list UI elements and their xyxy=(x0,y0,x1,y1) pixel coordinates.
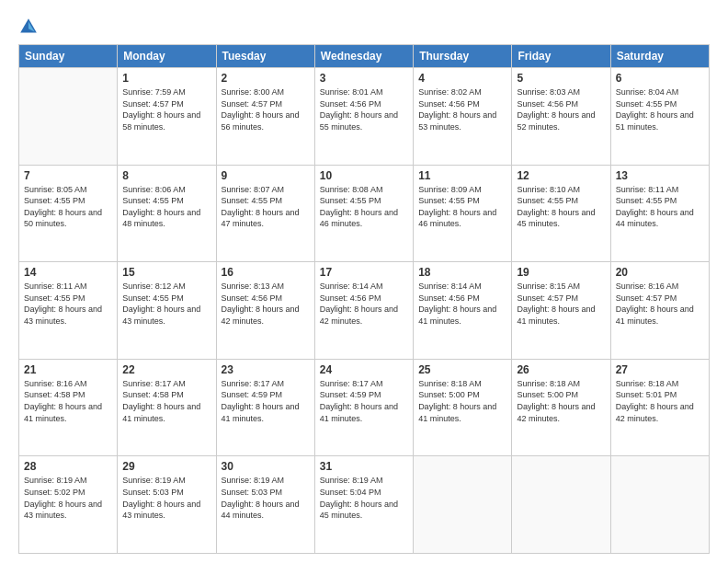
calendar-header-row: SundayMondayTuesdayWednesdayThursdayFrid… xyxy=(19,45,710,68)
sunrise: Sunrise: 8:05 AM xyxy=(24,185,87,194)
calendar-cell: 28 Sunrise: 8:19 AM Sunset: 5:02 PM Dayl… xyxy=(19,456,118,554)
daylight: Daylight: 8 hours and 41 minutes. xyxy=(320,402,398,423)
day-number: 31 xyxy=(320,460,408,473)
sunrise: Sunrise: 8:15 AM xyxy=(517,282,580,291)
day-number: 2 xyxy=(222,72,310,85)
daylight: Daylight: 8 hours and 41 minutes. xyxy=(616,304,694,326)
calendar-body: 1 Sunrise: 7:59 AM Sunset: 4:57 PM Dayli… xyxy=(19,68,710,554)
daylight: Daylight: 8 hours and 43 minutes. xyxy=(122,500,200,521)
daylight: Daylight: 8 hours and 42 minutes. xyxy=(320,304,398,326)
daylight: Daylight: 8 hours and 44 minutes. xyxy=(222,500,300,521)
sunrise: Sunrise: 8:18 AM xyxy=(616,379,679,388)
sunrise: Sunrise: 8:18 AM xyxy=(418,379,482,388)
daylight: Daylight: 8 hours and 52 minutes. xyxy=(517,110,595,132)
calendar-cell xyxy=(19,68,118,166)
calendar-cell: 10 Sunrise: 8:08 AM Sunset: 4:55 PM Dayl… xyxy=(314,165,413,262)
calendar-cell: 20 Sunrise: 8:16 AM Sunset: 4:57 PM Dayl… xyxy=(610,262,709,360)
day-number: 22 xyxy=(122,363,210,376)
day-info: Sunrise: 8:02 AM Sunset: 4:56 PM Dayligh… xyxy=(418,86,506,132)
calendar-cell xyxy=(610,456,709,554)
day-info: Sunrise: 8:11 AM Sunset: 4:55 PM Dayligh… xyxy=(616,184,704,230)
daylight: Daylight: 8 hours and 46 minutes. xyxy=(320,208,398,229)
day-info: Sunrise: 8:19 AM Sunset: 5:03 PM Dayligh… xyxy=(122,475,210,521)
day-number: 15 xyxy=(122,266,210,279)
sunset: Sunset: 4:56 PM xyxy=(418,99,480,109)
sunset: Sunset: 4:57 PM xyxy=(616,293,677,303)
calendar-week-3: 21 Sunrise: 8:16 AM Sunset: 4:58 PM Dayl… xyxy=(19,359,710,456)
day-number: 4 xyxy=(418,72,506,85)
calendar-cell: 4 Sunrise: 8:02 AM Sunset: 4:56 PM Dayli… xyxy=(414,68,512,166)
sunrise: Sunrise: 8:11 AM xyxy=(24,282,87,291)
day-info: Sunrise: 8:16 AM Sunset: 4:58 PM Dayligh… xyxy=(24,378,112,424)
day-info: Sunrise: 8:11 AM Sunset: 4:55 PM Dayligh… xyxy=(24,281,112,327)
sunrise: Sunrise: 8:19 AM xyxy=(320,476,383,485)
sunrise: Sunrise: 8:07 AM xyxy=(222,185,285,194)
daylight: Daylight: 8 hours and 48 minutes. xyxy=(122,208,200,229)
day-info: Sunrise: 8:18 AM Sunset: 5:00 PM Dayligh… xyxy=(517,378,605,424)
sunset: Sunset: 4:55 PM xyxy=(616,99,677,109)
day-number: 19 xyxy=(517,266,605,279)
page: SundayMondayTuesdayWednesdayThursdayFrid… xyxy=(0,0,728,563)
calendar-cell: 7 Sunrise: 8:05 AM Sunset: 4:55 PM Dayli… xyxy=(19,165,118,262)
sunset: Sunset: 5:01 PM xyxy=(616,390,677,399)
sunrise: Sunrise: 8:08 AM xyxy=(320,185,383,194)
day-number: 5 xyxy=(517,72,605,85)
calendar-cell: 21 Sunrise: 8:16 AM Sunset: 4:58 PM Dayl… xyxy=(19,359,118,456)
day-number: 18 xyxy=(418,266,506,279)
weekday-header-friday: Friday xyxy=(512,45,610,68)
day-info: Sunrise: 8:16 AM Sunset: 4:57 PM Dayligh… xyxy=(616,281,704,327)
day-number: 16 xyxy=(222,266,310,279)
sunset: Sunset: 5:03 PM xyxy=(222,488,283,497)
daylight: Daylight: 8 hours and 55 minutes. xyxy=(320,110,398,132)
day-number: 8 xyxy=(122,169,210,182)
sunrise: Sunrise: 7:59 AM xyxy=(122,87,186,97)
calendar-cell: 17 Sunrise: 8:14 AM Sunset: 4:56 PM Dayl… xyxy=(314,262,413,360)
day-number: 28 xyxy=(24,460,112,473)
sunrise: Sunrise: 8:16 AM xyxy=(616,282,679,291)
calendar-cell: 26 Sunrise: 8:18 AM Sunset: 5:00 PM Dayl… xyxy=(512,359,610,456)
day-info: Sunrise: 8:19 AM Sunset: 5:02 PM Dayligh… xyxy=(24,475,112,521)
weekday-header-monday: Monday xyxy=(118,45,216,68)
sunrise: Sunrise: 8:12 AM xyxy=(122,282,186,291)
sunset: Sunset: 4:59 PM xyxy=(222,390,283,399)
calendar-cell: 27 Sunrise: 8:18 AM Sunset: 5:01 PM Dayl… xyxy=(610,359,709,456)
daylight: Daylight: 8 hours and 42 minutes. xyxy=(517,402,595,423)
sunset: Sunset: 4:55 PM xyxy=(517,196,578,205)
sunrise: Sunrise: 8:17 AM xyxy=(122,379,186,388)
sunrise: Sunrise: 8:01 AM xyxy=(320,87,383,97)
day-info: Sunrise: 8:19 AM Sunset: 5:04 PM Dayligh… xyxy=(320,475,408,521)
calendar-cell: 30 Sunrise: 8:19 AM Sunset: 5:03 PM Dayl… xyxy=(216,456,314,554)
calendar-cell: 31 Sunrise: 8:19 AM Sunset: 5:04 PM Dayl… xyxy=(314,456,413,554)
sunset: Sunset: 4:57 PM xyxy=(222,99,283,109)
sunset: Sunset: 4:59 PM xyxy=(320,390,381,399)
day-number: 20 xyxy=(616,266,704,279)
calendar-cell: 13 Sunrise: 8:11 AM Sunset: 4:55 PM Dayl… xyxy=(610,165,709,262)
weekday-header-sunday: Sunday xyxy=(19,45,118,68)
day-number: 29 xyxy=(122,460,210,473)
calendar-cell: 2 Sunrise: 8:00 AM Sunset: 4:57 PM Dayli… xyxy=(216,68,314,166)
weekday-header-tuesday: Tuesday xyxy=(216,45,314,68)
sunrise: Sunrise: 8:19 AM xyxy=(222,476,285,485)
logo xyxy=(18,17,42,37)
calendar-cell: 22 Sunrise: 8:17 AM Sunset: 4:58 PM Dayl… xyxy=(118,359,216,456)
daylight: Daylight: 8 hours and 56 minutes. xyxy=(222,110,300,132)
day-info: Sunrise: 8:01 AM Sunset: 4:56 PM Dayligh… xyxy=(320,86,408,132)
weekday-header-thursday: Thursday xyxy=(414,45,512,68)
day-number: 25 xyxy=(418,363,506,376)
calendar-cell xyxy=(512,456,610,554)
sunset: Sunset: 4:57 PM xyxy=(517,293,578,303)
day-info: Sunrise: 8:15 AM Sunset: 4:57 PM Dayligh… xyxy=(517,281,605,327)
sunrise: Sunrise: 8:17 AM xyxy=(222,379,285,388)
daylight: Daylight: 8 hours and 46 minutes. xyxy=(418,208,496,229)
calendar-cell: 11 Sunrise: 8:09 AM Sunset: 4:55 PM Dayl… xyxy=(414,165,512,262)
sunset: Sunset: 4:55 PM xyxy=(222,196,283,205)
daylight: Daylight: 8 hours and 41 minutes. xyxy=(418,402,496,423)
day-info: Sunrise: 8:14 AM Sunset: 4:56 PM Dayligh… xyxy=(320,281,408,327)
calendar-cell: 19 Sunrise: 8:15 AM Sunset: 4:57 PM Dayl… xyxy=(512,262,610,360)
calendar-cell: 3 Sunrise: 8:01 AM Sunset: 4:56 PM Dayli… xyxy=(314,68,413,166)
calendar-week-2: 14 Sunrise: 8:11 AM Sunset: 4:55 PM Dayl… xyxy=(19,262,710,360)
day-number: 12 xyxy=(517,169,605,182)
sunrise: Sunrise: 8:04 AM xyxy=(616,87,679,97)
day-number: 6 xyxy=(616,72,704,85)
day-number: 10 xyxy=(320,169,408,182)
